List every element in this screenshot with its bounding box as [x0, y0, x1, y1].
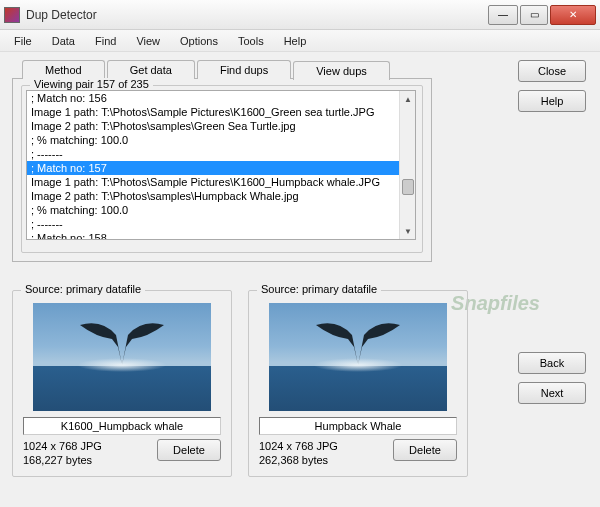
preview-2-meta: 1024 x 768 JPG 262,368 bytes: [259, 439, 338, 468]
list-line[interactable]: ; % matching: 100.0: [27, 133, 415, 147]
menu-data[interactable]: Data: [42, 33, 85, 49]
preview-2-filename: Humpback Whale: [259, 417, 457, 435]
client-area: Method Get data Find dups View dups View…: [0, 52, 600, 507]
help-button[interactable]: Help: [518, 90, 586, 112]
close-button[interactable]: Close: [518, 60, 586, 82]
list-line[interactable]: ; -------: [27, 217, 415, 231]
preview-2-delete-button[interactable]: Delete: [393, 439, 457, 461]
menu-options[interactable]: Options: [170, 33, 228, 49]
tab-panel: Viewing pair 157 of 235 ; Match no: 156I…: [12, 78, 432, 262]
tab-find-dups[interactable]: Find dups: [197, 60, 291, 79]
maximize-button[interactable]: ▭: [520, 5, 548, 25]
menu-view[interactable]: View: [126, 33, 170, 49]
side-buttons: Close Help: [518, 60, 586, 112]
preview-1: Source: primary datafile K1600_Humpback …: [12, 290, 232, 477]
list-line[interactable]: Image 2 path: T:\Photos\samples\Green Se…: [27, 119, 415, 133]
preview-1-size: 168,227 bytes: [23, 453, 102, 467]
preview-1-source: Source: primary datafile: [21, 283, 145, 295]
tab-strip: Method Get data Find dups View dups: [22, 60, 588, 79]
viewing-legend: Viewing pair 157 of 235: [30, 78, 153, 90]
list-line[interactable]: Image 1 path: T:\Photos\Sample Pictures\…: [27, 105, 415, 119]
menu-file[interactable]: File: [4, 33, 42, 49]
viewing-groupbox: Viewing pair 157 of 235 ; Match no: 156I…: [21, 85, 423, 253]
listbox-scrollbar[interactable]: ▲ ▼: [399, 91, 415, 239]
preview-2-size: 262,368 bytes: [259, 453, 338, 467]
preview-2: Source: primary datafile Humpback Whale …: [248, 290, 468, 477]
preview-1-dims: 1024 x 768 JPG: [23, 439, 102, 453]
list-line[interactable]: ; Match no: 158: [27, 231, 415, 240]
list-line[interactable]: ; % matching: 100.0: [27, 203, 415, 217]
scroll-down-icon[interactable]: ▼: [400, 223, 416, 239]
preview-1-meta: 1024 x 768 JPG 168,227 bytes: [23, 439, 102, 468]
list-line[interactable]: Image 2 path: T:\Photos\samples\Humpback…: [27, 189, 415, 203]
tab-get-data[interactable]: Get data: [107, 60, 195, 79]
menu-find[interactable]: Find: [85, 33, 126, 49]
preview-1-delete-button[interactable]: Delete: [157, 439, 221, 461]
tab-view-dups[interactable]: View dups: [293, 61, 390, 80]
window-title: Dup Detector: [26, 8, 486, 22]
window-controls: — ▭ ✕: [486, 5, 596, 25]
menu-help[interactable]: Help: [274, 33, 317, 49]
list-line[interactable]: Image 1 path: T:\Photos\Sample Pictures\…: [27, 175, 415, 189]
titlebar: Dup Detector — ▭ ✕: [0, 0, 600, 30]
list-line[interactable]: ; Match no: 157: [27, 161, 415, 175]
preview-1-filename: K1600_Humpback whale: [23, 417, 221, 435]
back-button[interactable]: Back: [518, 352, 586, 374]
whale-tail-icon: [72, 315, 172, 370]
list-line[interactable]: ; -------: [27, 147, 415, 161]
preview-2-dims: 1024 x 768 JPG: [259, 439, 338, 453]
next-button[interactable]: Next: [518, 382, 586, 404]
menubar: File Data Find View Options Tools Help: [0, 30, 600, 52]
preview-1-image: [33, 303, 211, 411]
scroll-up-icon[interactable]: ▲: [400, 91, 416, 107]
menu-tools[interactable]: Tools: [228, 33, 274, 49]
match-listbox[interactable]: ; Match no: 156Image 1 path: T:\Photos\S…: [26, 90, 416, 240]
window-close-button[interactable]: ✕: [550, 5, 596, 25]
app-icon: [4, 7, 20, 23]
tab-method[interactable]: Method: [22, 60, 105, 79]
preview-2-source: Source: primary datafile: [257, 283, 381, 295]
minimize-button[interactable]: —: [488, 5, 518, 25]
list-line[interactable]: ; Match no: 156: [27, 91, 415, 105]
preview-2-image: [269, 303, 447, 411]
scroll-thumb[interactable]: [402, 179, 414, 195]
whale-tail-icon: [308, 315, 408, 370]
preview-row: Source: primary datafile K1600_Humpback …: [12, 290, 588, 477]
nav-buttons: Back Next: [518, 352, 586, 404]
